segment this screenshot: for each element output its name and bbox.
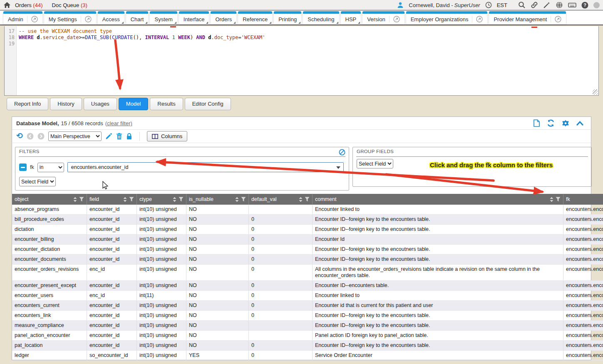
nav-tab-provider-management[interactable]: Provider Management xyxy=(489,11,566,25)
link-icon[interactable] xyxy=(531,1,538,9)
cell-ctype: int(10) unsigned xyxy=(137,321,186,331)
table-row[interactable]: encounter_dictationencounter_idint(10) u… xyxy=(12,245,603,255)
table-row[interactable]: ledgerso_encounter_idint(10) unsignedYES… xyxy=(12,351,603,361)
user-name[interactable]: Cornewell, David - xyxy=(409,2,453,8)
remove-filter-button[interactable] xyxy=(19,163,27,171)
search-icon[interactable] xyxy=(518,1,526,9)
editor-resize-handle[interactable] xyxy=(593,89,598,95)
table-row[interactable]: encounters_linkencounter_idint(10) unsig… xyxy=(12,311,603,321)
nav-tab-version[interactable]: Version xyxy=(362,11,404,25)
editor-line[interactable]: 19 xyxy=(5,41,598,47)
menu-orders[interactable]: Orders (44) xyxy=(15,2,42,8)
table-row[interactable]: dictationencounter_idint(10) unsignedNO0… xyxy=(12,225,603,235)
reset-icon[interactable]: ⟲ xyxy=(16,132,23,140)
result-tab-report-info[interactable]: Report Info xyxy=(7,98,48,110)
nav-tab-employer-organizations[interactable]: Employer Organizations xyxy=(406,11,488,25)
table-row[interactable]: measure_complianceencounter_idint(10) un… xyxy=(12,321,603,331)
column-header-is-nullable[interactable]: is_nullable xyxy=(186,194,249,205)
result-tab-model[interactable]: Model xyxy=(119,98,148,110)
open-in-new-icon[interactable] xyxy=(27,16,38,22)
table-row[interactable]: encounter_orders_revisionsenc_idint(10) … xyxy=(12,265,603,281)
sort-icon[interactable] xyxy=(299,197,303,202)
column-filter-icon[interactable] xyxy=(305,197,310,202)
sort-icon[interactable] xyxy=(173,197,176,202)
table-row[interactable]: encounter_documentsencounter_idint(10) u… xyxy=(12,255,603,265)
add-filter-field-select[interactable]: Select Field xyxy=(19,177,56,186)
combobox-caret-icon[interactable] xyxy=(336,166,340,169)
refresh-icon[interactable] xyxy=(547,119,555,127)
column-header-fk[interactable]: fk xyxy=(563,194,603,205)
nav-tab-scheduling[interactable]: Scheduling xyxy=(303,11,339,25)
cell-object: panel_action_encounter xyxy=(12,331,87,341)
table-row[interactable]: encounter_usersenc_idint(11)NO0Encounter… xyxy=(12,291,603,301)
edit-perspective-icon[interactable] xyxy=(105,133,112,140)
clear-filters-icon[interactable] xyxy=(339,149,345,157)
column-header-default-val[interactable]: default_val xyxy=(249,194,313,205)
nav-tab-printing[interactable]: Printing xyxy=(274,11,301,25)
sort-icon[interactable] xyxy=(73,197,77,202)
new-document-icon[interactable] xyxy=(534,119,540,127)
cell-object: encounters_current xyxy=(12,301,87,311)
table-row[interactable]: absence_programsencounter_idint(10) unsi… xyxy=(12,205,603,215)
result-tab-history[interactable]: History xyxy=(50,98,82,110)
sort-icon[interactable] xyxy=(235,197,239,202)
wand-icon[interactable] xyxy=(543,1,551,9)
filter-value-input[interactable] xyxy=(68,163,343,172)
nav-tab-my-settings[interactable]: My Settings xyxy=(44,11,96,25)
cell-ctype: int(10) unsigned xyxy=(137,245,186,255)
nav-tab-chart[interactable]: Chart xyxy=(126,11,149,25)
open-in-new-icon[interactable] xyxy=(551,16,561,22)
table-row[interactable]: encounter_billingencounter_idint(10) uns… xyxy=(12,235,603,245)
nav-tab-orders[interactable]: Orders xyxy=(211,11,236,25)
column-filter-icon[interactable] xyxy=(556,197,561,202)
group-field-select[interactable]: Select Field xyxy=(357,159,393,168)
column-filter-icon[interactable] xyxy=(241,197,246,202)
nav-tab-hsp[interactable]: HSP xyxy=(341,11,361,25)
table-row[interactable]: encounter_present_exceptencounter_idint(… xyxy=(12,281,603,291)
gear-icon[interactable] xyxy=(562,119,569,127)
collapse-icon[interactable] xyxy=(576,121,583,126)
clock-icon[interactable] xyxy=(485,2,492,8)
result-tab-results[interactable]: Results xyxy=(150,98,183,110)
open-in-new-icon[interactable] xyxy=(81,16,92,22)
table-row[interactable]: panel_action_encounterencounter_idint(10… xyxy=(12,331,603,341)
table-row[interactable]: encounters_currentencounter_idint(10) un… xyxy=(12,301,603,311)
nav-tab-interface[interactable]: Interface xyxy=(179,11,209,25)
column-filter-icon[interactable] xyxy=(179,197,184,202)
column-filter-icon[interactable] xyxy=(79,197,84,202)
result-tab-usages[interactable]: Usages xyxy=(84,98,117,110)
globe-icon[interactable] xyxy=(556,1,563,9)
perspective-select[interactable]: Main Perspective xyxy=(48,131,102,141)
column-header-comment[interactable]: comment xyxy=(313,194,563,205)
column-header-ctype[interactable]: ctype xyxy=(137,194,186,205)
sort-icon[interactable] xyxy=(550,197,553,202)
menu-doc-queue[interactable]: Doc Queue (3) xyxy=(52,2,87,8)
open-in-new-icon[interactable] xyxy=(389,16,400,22)
home-icon[interactable] xyxy=(3,2,11,8)
nav-tab-admin[interactable]: Admin xyxy=(3,11,42,25)
sort-icon[interactable] xyxy=(123,197,127,202)
clear-filter-link[interactable]: (clear filter) xyxy=(105,120,132,126)
help-icon[interactable]: ? xyxy=(581,2,588,9)
editor-line[interactable]: 18WHERE d.service_date>=DATE_SUB(CURDATE… xyxy=(5,35,598,41)
cell-comment: Encounter ID--foreign key to the encount… xyxy=(313,321,563,331)
back-icon[interactable] xyxy=(27,133,34,140)
filter-operator-select[interactable]: in xyxy=(37,163,64,172)
open-in-new-icon[interactable] xyxy=(472,16,483,22)
column-header-object[interactable]: object xyxy=(12,194,87,205)
nav-tab-reference[interactable]: Reference xyxy=(238,11,272,25)
column-header-field[interactable]: field xyxy=(87,194,137,205)
column-filter-icon[interactable] xyxy=(129,197,134,202)
columns-button[interactable]: Columns xyxy=(147,131,187,141)
nav-tab-system[interactable]: System xyxy=(150,11,177,25)
nav-tab-access[interactable]: Access xyxy=(98,11,124,25)
editor-line[interactable]: 17-- use the WCEXAM document type xyxy=(5,28,598,35)
sql-editor[interactable]: 17-- use the WCEXAM document type18WHERE… xyxy=(4,26,599,96)
forward-icon[interactable] xyxy=(37,133,45,140)
table-row[interactable]: bill_procedure_codesencounter_idint(10) … xyxy=(12,215,603,225)
result-tab-editor-config[interactable]: Editor Config xyxy=(185,98,231,110)
keyboard-icon[interactable] xyxy=(568,2,576,8)
delete-perspective-icon[interactable] xyxy=(116,133,122,140)
table-row[interactable]: pat_locationencounter_idint(10) unsigned… xyxy=(12,341,603,351)
lock-icon[interactable] xyxy=(126,133,132,140)
